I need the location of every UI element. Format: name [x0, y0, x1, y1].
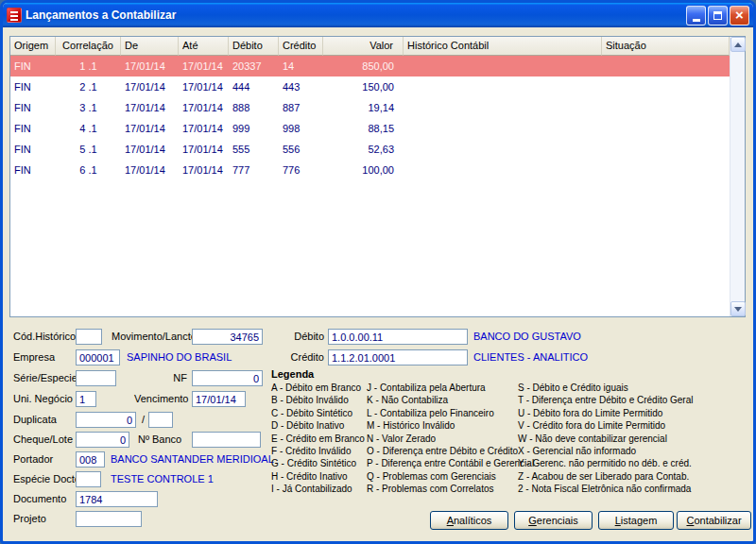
cell-correlacao: 4 .1 — [56, 123, 121, 134]
cell-origem: FIN — [10, 144, 56, 155]
especie-docto-name: TESTE CONTROLE 1 — [111, 473, 214, 484]
cell-credito: 443 — [279, 81, 323, 93]
legend-item: N - Valor Zerado — [367, 433, 534, 445]
cell-correlacao: 3 .1 — [56, 102, 121, 113]
cod-historico-input[interactable] — [76, 329, 102, 345]
projeto-input[interactable] — [76, 511, 142, 527]
legend-item: C - Débito Sintético — [271, 407, 365, 419]
legend-item: X - Gerencial não informado — [518, 445, 693, 457]
uni-negocio-input[interactable] — [76, 391, 96, 407]
cell-correlacao: 5 .1 — [56, 144, 121, 155]
serie-especie-input[interactable] — [76, 370, 116, 386]
table-row[interactable]: FIN 5 .1 17/01/14 17/01/14 555 556 52,63 — [10, 139, 730, 160]
cell-valor: 150,00 — [323, 81, 404, 93]
titlebar[interactable]: Lançamentos a Contabilizar — [3, 3, 753, 27]
legend-item: P - Diferença entre Contábil e Gerencial — [367, 457, 534, 469]
window-title: Lançamentos a Contabilizar — [26, 8, 682, 22]
legend-item: V - Crédito fora do Limite Permitido — [518, 419, 693, 432]
debito-input[interactable] — [328, 329, 468, 345]
column-header-historico[interactable]: Histórico Contábil — [404, 37, 602, 56]
column-header-valor[interactable]: Valor — [323, 37, 404, 56]
cell-ate: 17/01/14 — [179, 60, 229, 72]
legend-item: R - Problemas com Correlatos — [367, 483, 534, 495]
cell-correlacao: 2 .1 — [56, 81, 121, 93]
table-row[interactable]: FIN 4 .1 17/01/14 17/01/14 999 998 88,15 — [10, 118, 730, 139]
credito-account-name: CLIENTES - ANALITICO — [473, 351, 588, 363]
especie-docto-input[interactable] — [76, 471, 101, 487]
minimize-button[interactable] — [686, 6, 706, 26]
column-header-credito[interactable]: Crédito — [279, 37, 323, 56]
scroll-up-button[interactable] — [730, 37, 746, 52]
cell-valor: 100,00 — [323, 164, 404, 176]
cell-ate: 17/01/14 — [179, 81, 229, 93]
movimento-input[interactable] — [192, 329, 263, 345]
cell-credito: 14 — [279, 60, 323, 72]
legend-column-3: S - Débito e Crédito iguais T - Diferenç… — [518, 382, 693, 496]
legend-item: U - Débito fora do Limite Permitido — [518, 407, 693, 419]
cell-debito: 555 — [229, 144, 279, 155]
cell-credito: 998 — [279, 123, 323, 134]
analiticos-button[interactable]: Analíticos — [430, 511, 508, 530]
cell-ate: 17/01/14 — [179, 102, 229, 113]
contabilizar-button[interactable]: Contabilizar — [677, 511, 751, 530]
scroll-down-button[interactable] — [730, 301, 746, 316]
cell-origem: FIN — [10, 123, 56, 134]
cheque-lote-input[interactable] — [76, 432, 129, 448]
gerenciais-button[interactable]: Gerenciais — [514, 511, 593, 530]
legend-item: G - Crédito Sintético — [271, 457, 365, 469]
close-button[interactable] — [730, 6, 749, 26]
duplicata-separator: / — [142, 414, 145, 425]
app-icon — [7, 8, 22, 23]
column-header-correlacao[interactable]: Correlação — [56, 37, 121, 56]
nf-input[interactable] — [192, 370, 263, 386]
debito-label: Débito — [279, 331, 324, 342]
legend-item: E - Crédito em Branco — [271, 433, 365, 445]
cell-de: 17/01/14 — [121, 123, 179, 134]
cell-debito: 20337 — [229, 60, 279, 72]
minimize-icon — [693, 19, 700, 22]
column-header-situacao[interactable]: Situação — [602, 37, 730, 56]
column-header-ate[interactable]: Até — [179, 37, 229, 56]
cell-origem: FIN — [10, 81, 56, 93]
cell-ate: 17/01/14 — [179, 123, 229, 134]
column-header-origem[interactable]: Origem — [10, 37, 56, 56]
cell-valor: 52,63 — [323, 144, 404, 155]
table-row[interactable]: FIN 6 .1 17/01/14 17/01/14 777 776 100,0… — [10, 160, 730, 180]
maximize-button[interactable] — [708, 6, 728, 26]
cell-de: 17/01/14 — [121, 81, 179, 93]
table-row[interactable]: FIN 2 .1 17/01/14 17/01/14 444 443 150,0… — [10, 76, 730, 97]
table-row[interactable]: FIN 3 .1 17/01/14 17/01/14 888 887 19,14 — [10, 97, 730, 118]
cell-debito: 999 — [229, 123, 279, 134]
table-row[interactable]: FIN 1 .1 17/01/14 17/01/14 20337 14 850,… — [10, 56, 730, 76]
legend-item: Q - Problemas com Gerenciais — [367, 470, 534, 483]
listagem-button[interactable]: Listagem — [598, 511, 674, 530]
cell-ate: 17/01/14 — [179, 164, 229, 176]
empresa-input[interactable] — [76, 349, 120, 366]
credito-input[interactable] — [328, 349, 468, 366]
cell-debito: 444 — [229, 81, 279, 93]
vencimento-label: Vencimento — [134, 393, 188, 404]
cell-correlacao: 6 .1 — [56, 164, 121, 176]
duplicata-seq-input[interactable] — [148, 412, 173, 428]
grid-body: Origem Correlação De Até Débito Crédito … — [10, 37, 730, 316]
movimento-label: Movimento/Lancto — [112, 331, 197, 342]
duplicata-input[interactable] — [76, 412, 136, 428]
legend-item: A - Débito em Branco — [271, 382, 365, 394]
client-area: Origem Correlação De Até Débito Crédito … — [3, 27, 753, 541]
portador-input[interactable] — [76, 451, 105, 468]
cell-valor: 88,15 — [323, 123, 404, 134]
cell-de: 17/01/14 — [121, 102, 179, 113]
vertical-scrollbar[interactable] — [730, 37, 745, 316]
column-header-debito[interactable]: Débito — [229, 37, 279, 56]
contabilizar-button-label: Contabilizar — [686, 515, 741, 526]
documento-input[interactable] — [76, 491, 158, 507]
vencimento-input[interactable] — [192, 391, 246, 407]
n-banco-input[interactable] — [192, 432, 261, 448]
column-header-de[interactable]: De — [121, 37, 179, 56]
cell-de: 17/01/14 — [121, 144, 179, 155]
duplicata-label: Duplicata — [13, 414, 57, 425]
legend-item: H - Crédito Inativo — [271, 470, 365, 483]
credito-label: Crédito — [279, 351, 324, 363]
cell-ate: 17/01/14 — [179, 144, 229, 155]
n-banco-label: Nº Banco — [138, 434, 181, 445]
